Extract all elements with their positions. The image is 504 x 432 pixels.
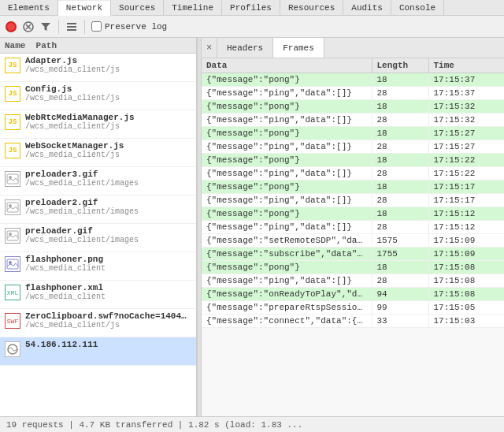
- cell-data: {"message":"pong"}: [202, 127, 372, 140]
- col-header-time: Time: [428, 58, 504, 73]
- file-details: Adapter.js/wcs_media_client/js: [25, 56, 191, 74]
- cell-time: 17:15:37: [428, 87, 504, 100]
- cell-data: {"message":"subscribe","data":[{"sd...: [202, 248, 372, 261]
- tab-profiles[interactable]: Profiles: [222, 0, 280, 15]
- tab-timeline[interactable]: Timeline: [164, 0, 222, 15]
- tab-console[interactable]: Console: [391, 0, 444, 15]
- data-table: Data Length Time {"message":"pong"}1817:…: [202, 58, 504, 416]
- table-row[interactable]: {"message":"onReadyToPlay","data"...9417…: [202, 288, 504, 301]
- file-name: WebSocketManager.js: [25, 141, 191, 151]
- table-row[interactable]: {"message":"pong"}1817:15:12: [202, 207, 504, 221]
- cell-length: 28: [372, 114, 428, 127]
- table-row[interactable]: {"message":"ping","data":[]}2817:15:37: [202, 87, 504, 100]
- file-name: flashphoner.png: [25, 255, 191, 264]
- cell-length: 28: [372, 140, 428, 154]
- table-row[interactable]: {"message":"pong"}1817:15:08: [202, 261, 504, 274]
- file-details: ZeroClipboard.swf?noCache=14048145.../wc…: [25, 311, 191, 330]
- file-details: preloader.gif/wcs_media_client/images: [25, 226, 191, 244]
- tab-audits[interactable]: Audits: [343, 0, 391, 15]
- svg-point-11: [9, 233, 12, 236]
- cell-time: 17:15:27: [428, 127, 504, 140]
- file-item[interactable]: JSConfig.js/wcs_media_client/js: [0, 82, 196, 110]
- table-row[interactable]: {"message":"pong"}1817:15:37: [202, 73, 504, 87]
- table-row[interactable]: {"message":"ping","data":[]}2817:15:08: [202, 274, 504, 288]
- tab-frames[interactable]: Frames: [273, 38, 324, 58]
- table-row[interactable]: {"message":"ping","data":[]}2817:15:17: [202, 194, 504, 207]
- status-bar: 19 requests | 4.7 KB transferred | 1.82 …: [0, 416, 504, 432]
- filter-icon: [40, 21, 51, 32]
- cell-data: {"message":"ping","data":[]}: [202, 114, 372, 127]
- clear-button[interactable]: [22, 20, 35, 33]
- preserve-log-checkbox[interactable]: [91, 21, 102, 32]
- table-row[interactable]: {"message":"pong"}1817:15:22: [202, 154, 504, 167]
- cell-data: {"message":"ping","data":[]}: [202, 194, 372, 207]
- file-path: /wcs_media_client/images: [25, 236, 191, 244]
- file-item[interactable]: JSAdapter.js/wcs_media_client/js: [0, 54, 196, 82]
- file-name: preloader3.gif: [25, 169, 191, 179]
- record-button[interactable]: [5, 20, 17, 33]
- file-item[interactable]: 54.186.112.111: [0, 337, 196, 366]
- cell-time: 17:15:37: [428, 73, 504, 87]
- table-row[interactable]: {"message":"ping","data":[]}2817:15:27: [202, 140, 504, 154]
- table-row[interactable]: {"message":"ping","data":[]}2817:15:12: [202, 221, 504, 234]
- file-path: /wcs_media_client/images: [25, 207, 191, 216]
- preserve-log-checkbox-label[interactable]: Preserve log: [91, 21, 167, 32]
- svg-rect-4: [67, 26, 76, 28]
- file-details: preloader3.gif/wcs_media_client/images: [25, 169, 191, 188]
- file-item[interactable]: preloader2.gif/wcs_media_client/images: [0, 196, 196, 224]
- cell-length: 94: [372, 288, 428, 301]
- file-item[interactable]: JSWebRtcMediaManager.js/wcs_media_client…: [0, 110, 196, 139]
- data-panel: × Headers Frames Data Length Time {"mess…: [202, 38, 504, 416]
- cell-time: 17:15:22: [428, 167, 504, 181]
- cell-time: 17:15:12: [428, 221, 504, 234]
- cell-data: {"message":"ping","data":[]}: [202, 274, 372, 288]
- cell-length: 28: [372, 167, 428, 181]
- file-icon: JS: [5, 58, 20, 73]
- svg-point-7: [9, 177, 12, 179]
- file-item[interactable]: preloader3.gif/wcs_media_client/images: [0, 167, 196, 196]
- cell-data: {"message":"ping","data":[]}: [202, 87, 372, 100]
- cell-data: {"message":"onReadyToPlay","data"...: [202, 288, 372, 301]
- cell-length: 18: [372, 181, 428, 194]
- file-panel-name-header: Name: [5, 41, 25, 50]
- table-row[interactable]: {"message":"connect","data":{}}3317:15:0…: [202, 315, 504, 328]
- filter-button[interactable]: [39, 20, 52, 33]
- file-icon: [5, 171, 20, 187]
- table-row[interactable]: {"message":"subscribe","data":[{"sd...17…: [202, 248, 504, 261]
- clear-icon: [23, 21, 34, 32]
- cell-data: {"message":"pong"}: [202, 181, 372, 194]
- table-row[interactable]: {"message":"pong"}1817:15:17: [202, 181, 504, 194]
- file-icon: [5, 256, 20, 272]
- file-item[interactable]: flashphoner.png/wcs_media_client: [0, 252, 196, 281]
- table-row[interactable]: {"message":"ping","data":[]}2817:15:22: [202, 167, 504, 181]
- file-item[interactable]: XMLflashphoner.xml/wcs_media_client: [0, 281, 196, 309]
- file-item[interactable]: SWFZeroClipboard.swf?noCache=14048145...…: [0, 309, 196, 337]
- table-row[interactable]: {"message":"pong"}1817:15:27: [202, 127, 504, 140]
- tab-network[interactable]: Network: [58, 1, 111, 16]
- svg-point-9: [9, 205, 12, 207]
- svg-rect-5: [67, 29, 76, 31]
- list-button[interactable]: [65, 20, 78, 33]
- table-row[interactable]: {"message":"prepareRtspSession",...9917:…: [202, 301, 504, 315]
- file-name: 54.186.112.111: [25, 340, 191, 349]
- table-row[interactable]: {"message":"ping","data":[]}2817:15:32: [202, 114, 504, 127]
- table-row[interactable]: {"message":"setRemoteSDP","data"...15751…: [202, 234, 504, 248]
- cell-time: 17:15:32: [428, 114, 504, 127]
- tab-resources[interactable]: Resources: [280, 0, 343, 15]
- toolbar-separator: [58, 20, 59, 34]
- cell-time: 17:15:27: [428, 140, 504, 154]
- file-item[interactable]: JSWebSocketManager.js/wcs_media_client/j…: [0, 139, 196, 167]
- file-item[interactable]: preloader.gif/wcs_media_client/images: [0, 224, 196, 252]
- svg-point-13: [9, 262, 12, 264]
- table-row[interactable]: {"message":"pong"}1817:15:32: [202, 100, 504, 114]
- close-panel-button[interactable]: ×: [202, 38, 217, 58]
- cell-length: 1575: [372, 234, 428, 248]
- cell-time: 17:15:17: [428, 181, 504, 194]
- main-area: Name Path JSAdapter.js/wcs_media_client/…: [0, 38, 504, 416]
- cell-length: 18: [372, 73, 428, 87]
- file-details: Config.js/wcs_media_client/js: [25, 84, 191, 102]
- tab-sources[interactable]: Sources: [111, 0, 164, 15]
- tab-headers[interactable]: Headers: [217, 38, 273, 58]
- cell-data: {"message":"ping","data":[]}: [202, 140, 372, 154]
- tab-elements[interactable]: Elements: [0, 0, 58, 15]
